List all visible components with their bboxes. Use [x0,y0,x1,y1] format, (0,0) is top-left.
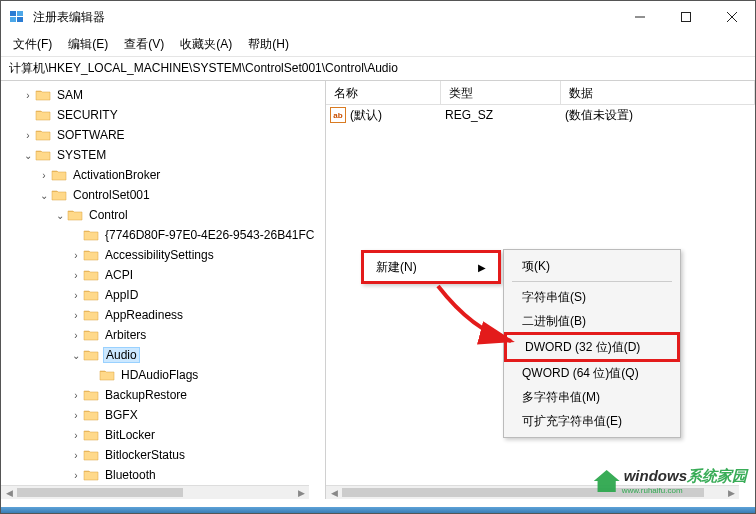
folder-icon [35,148,51,162]
col-name[interactable]: 名称 [326,81,441,104]
tree-item[interactable]: ›BGFX [1,405,325,425]
tree-item[interactable]: ›{7746D80F-97E0-4E26-9543-26B41FC [1,225,325,245]
chevron-right-icon[interactable]: › [69,310,83,321]
tree-item[interactable]: ⌄Audio [1,345,325,365]
tree-item[interactable]: ›HDAudioFlags [1,365,325,385]
chevron-right-icon[interactable]: › [69,430,83,441]
app-icon [9,9,25,25]
string-value-icon: ab [330,107,346,123]
chevron-right-icon[interactable]: › [21,90,35,101]
menu-item-binary[interactable]: 二进制值(B) [504,309,680,333]
folder-icon [83,428,99,442]
watermark: windows系统家园 www.ruhaifu.com [594,467,747,495]
tree-item-label: {7746D80F-97E0-4E26-9543-26B41FC [103,227,316,243]
chevron-right-icon[interactable]: › [69,330,83,341]
chevron-right-icon[interactable]: › [69,450,83,461]
tree-item[interactable]: ›ActivationBroker [1,165,325,185]
tree-pane: ›SAM›SECURITY›SOFTWARE⌄SYSTEM›Activation… [1,81,326,499]
col-type[interactable]: 类型 [441,81,561,104]
tree-item[interactable]: ›SOFTWARE [1,125,325,145]
menu-help[interactable]: 帮助(H) [242,34,295,55]
menu-separator [512,281,672,282]
window-title: 注册表编辑器 [33,9,617,26]
list-row[interactable]: ab (默认) REG_SZ (数值未设置) [326,105,755,125]
tree-item[interactable]: ›BackupRestore [1,385,325,405]
tree-item-label: BitlockerStatus [103,447,187,463]
tree-item-label: Control [87,207,130,223]
tree-item[interactable]: ›SAM [1,85,325,105]
chevron-down-icon[interactable]: ⌄ [53,210,67,221]
tree-item-label: ActivationBroker [71,167,162,183]
menu-item-qword[interactable]: QWORD (64 位)值(Q) [504,361,680,385]
tree-item[interactable]: ›AccessibilitySettings [1,245,325,265]
col-data[interactable]: 数据 [561,81,755,104]
folder-icon [67,208,83,222]
tree-item[interactable]: ›Bluetooth [1,465,325,485]
menu-item-expandstring[interactable]: 可扩充字符串值(E) [504,409,680,433]
scroll-right-icon[interactable]: ▶ [293,486,309,499]
scroll-left-icon[interactable]: ◀ [326,486,342,499]
tree-item-label: BitLocker [103,427,157,443]
menu-item-new[interactable]: 新建(N) ▶ [364,253,498,281]
scroll-left-icon[interactable]: ◀ [1,486,17,499]
maximize-button[interactable] [663,1,709,33]
folder-icon [99,368,115,382]
menu-edit[interactable]: 编辑(E) [62,34,114,55]
tree-item[interactable]: ›AppID [1,285,325,305]
tree-item[interactable]: ⌄SYSTEM [1,145,325,165]
chevron-right-icon[interactable]: › [69,270,83,281]
tree-item[interactable]: ›AppReadiness [1,305,325,325]
folder-icon [83,468,99,482]
menu-item-multistring[interactable]: 多字符串值(M) [504,385,680,409]
close-button[interactable] [709,1,755,33]
menu-favorites[interactable]: 收藏夹(A) [174,34,238,55]
tree-item-label: SAM [55,87,85,103]
tree-scrollbar[interactable]: ◀ ▶ [1,485,309,499]
tree-item[interactable]: ⌄Control [1,205,325,225]
folder-icon [83,268,99,282]
value-type: REG_SZ [445,108,565,122]
minimize-button[interactable] [617,1,663,33]
folder-icon [35,108,51,122]
folder-icon [83,448,99,462]
tree-item-label: BackupRestore [103,387,189,403]
folder-icon [83,228,99,242]
chevron-down-icon[interactable]: ⌄ [37,190,51,201]
menu-item-key[interactable]: 项(K) [504,254,680,278]
folder-icon [83,248,99,262]
tree-item[interactable]: ›ACPI [1,265,325,285]
chevron-right-icon[interactable]: › [37,170,51,181]
tree-item-label: HDAudioFlags [119,367,200,383]
chevron-down-icon[interactable]: ⌄ [21,150,35,161]
folder-icon [35,128,51,142]
svg-rect-0 [10,11,16,16]
chevron-right-icon[interactable]: › [21,130,35,141]
tree-item[interactable]: ›BitLocker [1,425,325,445]
menu-file[interactable]: 文件(F) [7,34,58,55]
chevron-right-icon[interactable]: › [69,290,83,301]
chevron-right-icon[interactable]: › [69,390,83,401]
tree-item-label: AccessibilitySettings [103,247,216,263]
menu-view[interactable]: 查看(V) [118,34,170,55]
tree-item[interactable]: ›BitlockerStatus [1,445,325,465]
svg-rect-1 [17,11,23,16]
tree-item-label: Arbiters [103,327,148,343]
list-header: 名称 类型 数据 [326,81,755,105]
tree-item[interactable]: ›SECURITY [1,105,325,125]
folder-icon [51,168,67,182]
svg-rect-5 [682,13,691,22]
menu-item-dword[interactable]: DWORD (32 位)值(D) [504,332,680,362]
address-bar[interactable]: 计算机\HKEY_LOCAL_MACHINE\SYSTEM\ControlSet… [1,57,755,81]
folder-icon [83,328,99,342]
submenu-new: 项(K) 字符串值(S) 二进制值(B) DWORD (32 位)值(D) QW… [503,249,681,438]
tree-item[interactable]: ›Arbiters [1,325,325,345]
chevron-right-icon[interactable]: › [69,410,83,421]
chevron-right-icon[interactable]: › [69,250,83,261]
tree-item[interactable]: ⌄ControlSet001 [1,185,325,205]
titlebar: 注册表编辑器 [1,1,755,33]
chevron-right-icon[interactable]: › [69,470,83,481]
tree-item-label: ACPI [103,267,135,283]
menu-item-string[interactable]: 字符串值(S) [504,285,680,309]
tree-item-label: AppID [103,287,140,303]
chevron-down-icon[interactable]: ⌄ [69,350,83,361]
